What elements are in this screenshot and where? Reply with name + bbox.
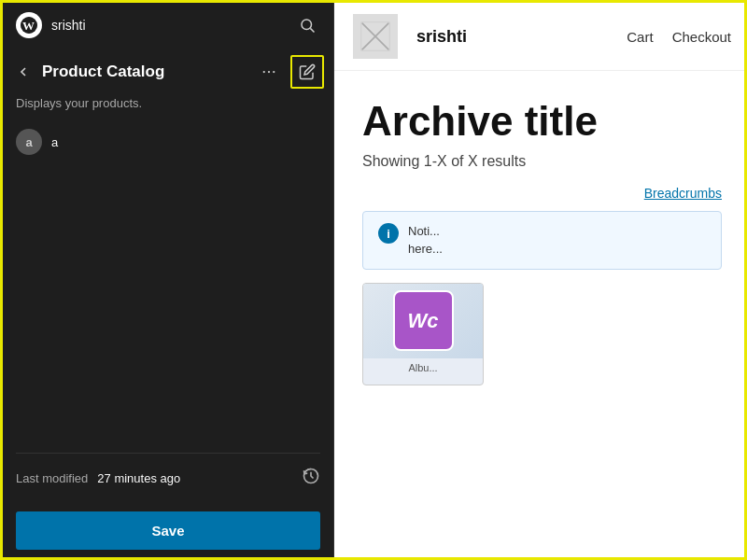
svg-point-7 (268, 71, 270, 73)
save-button[interactable]: Save (16, 511, 320, 550)
breadcrumbs-link[interactable]: Breadcrumbs (644, 186, 722, 201)
archive-title: Archive title (362, 99, 722, 144)
back-button[interactable] (12, 61, 35, 83)
sidebar: W W srishti (3, 3, 334, 560)
preview-nav-links: Cart Checkout (627, 29, 731, 45)
product-image: Wc (363, 284, 483, 358)
svg-line-5 (310, 28, 314, 32)
svg-point-8 (273, 71, 275, 73)
product-preview-box: Wc Albu... (362, 283, 484, 385)
sidebar-spacer (3, 162, 333, 453)
block-header: Product Catalog (3, 48, 333, 92)
wp-logo-icon: W W (16, 12, 42, 38)
site-name: srishti (51, 18, 285, 33)
search-button[interactable] (294, 12, 320, 38)
checkout-link[interactable]: Checkout (672, 29, 731, 45)
notice-text: Noti...here... (408, 223, 443, 257)
product-label: Albu... (404, 358, 441, 377)
svg-point-6 (263, 71, 265, 73)
showing-results: Showing 1-X of X results (362, 153, 722, 170)
svg-point-4 (302, 20, 312, 30)
preview-area: srishti Cart Checkout Archive title Show… (334, 3, 747, 560)
author-name: a (51, 135, 58, 149)
history-button[interactable] (302, 467, 320, 489)
block-description: Displays your products. (3, 92, 333, 121)
notice-box: i Noti...here... (362, 211, 722, 269)
last-modified-label: Last modified (16, 471, 88, 485)
edit-button[interactable] (290, 55, 324, 89)
avatar: a (16, 129, 42, 155)
woo-badge: Wc (393, 290, 454, 351)
preview-site-title: srishti (416, 27, 608, 47)
svg-text:W: W (22, 19, 35, 33)
preview-content: Archive title Showing 1-X of X results B… (334, 71, 747, 560)
info-icon: i (378, 223, 399, 244)
author-row: a a (3, 121, 333, 162)
last-modified-row: Last modified 27 minutes ago (3, 454, 333, 502)
cart-link[interactable]: Cart (627, 29, 653, 45)
more-options-button[interactable] (255, 60, 283, 84)
block-title: Product Catalog (42, 63, 247, 81)
preview-inner: srishti Cart Checkout Archive title Show… (334, 3, 747, 560)
last-modified-value: 27 minutes ago (97, 471, 296, 485)
sidebar-topbar: W W srishti (3, 3, 333, 48)
preview-logo (353, 14, 398, 59)
preview-nav: srishti Cart Checkout (334, 3, 747, 71)
